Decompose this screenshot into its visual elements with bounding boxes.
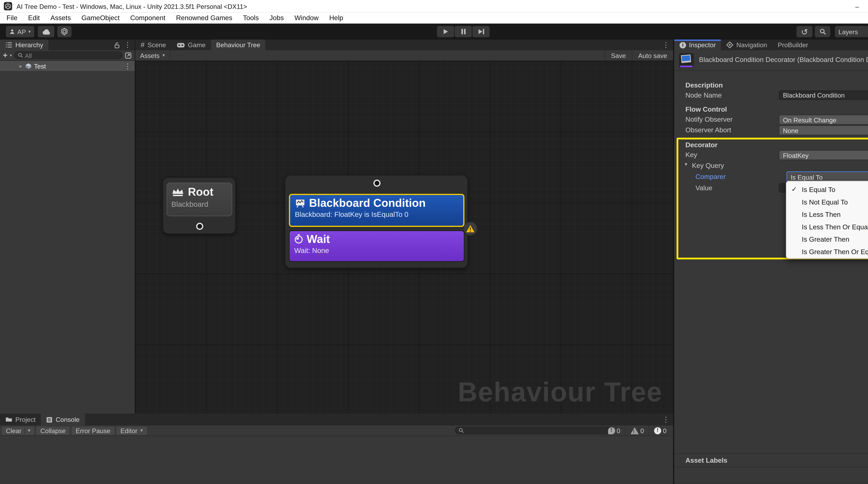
tab-console[interactable]: Console: [41, 414, 85, 425]
dropdown-option[interactable]: ✓ Is Greater Then: [786, 233, 868, 245]
panel-menu-icon[interactable]: ⋮: [124, 41, 131, 49]
tab-probuilder[interactable]: ProBuilder: [772, 39, 813, 50]
plastic-scm-button[interactable]: [57, 26, 71, 37]
step-icon: [477, 28, 485, 35]
collapse-button[interactable]: Collapse: [36, 426, 70, 435]
notify-observer-dropdown[interactable]: On Result Change ▾: [779, 115, 868, 125]
menu-item[interactable]: Renowned Games: [170, 12, 238, 23]
root-output-port[interactable]: [176, 220, 223, 233]
flow-control-header: Flow Control: [685, 106, 727, 113]
account-label: AP: [18, 28, 26, 35]
folder-icon: [5, 417, 12, 423]
tab-label: Game: [188, 41, 206, 49]
dropdown-option[interactable]: ✓ Is Less Then Or Equal To: [786, 220, 868, 233]
pause-button[interactable]: [455, 26, 472, 37]
chevron-down-icon: ▾: [28, 29, 31, 34]
warning-count-toggle[interactable]: ! 0: [625, 425, 649, 435]
console-log-area[interactable]: [0, 436, 673, 484]
minimize-button[interactable]: –: [843, 0, 868, 12]
panel-menu-icon[interactable]: ⋮: [662, 416, 670, 423]
layers-dropdown[interactable]: Layers ▾: [835, 26, 868, 37]
dropdown-option[interactable]: ✓ Is Greater Then Or Equal To: [786, 245, 868, 258]
error-count-toggle[interactable]: ! 0: [649, 425, 671, 435]
auto-save-button[interactable]: Auto save: [632, 50, 673, 60]
asset-labels-bar[interactable]: Asset Labels: [674, 454, 868, 467]
console-search-input[interactable]: [455, 427, 615, 434]
add-object-button[interactable]: +: [3, 51, 7, 59]
step-button[interactable]: [472, 26, 490, 37]
foldout-icon[interactable]: ▼: [684, 162, 688, 168]
tab-label: Inspector: [689, 41, 716, 49]
comparer-label: Comparer: [695, 173, 726, 180]
dropdown-option[interactable]: ✓ Is Less Then: [786, 208, 868, 220]
observer-abort-row: Observer Abort None ▾: [674, 125, 868, 136]
menu-item[interactable]: Tools: [238, 12, 264, 23]
menu-item[interactable]: Window: [289, 12, 324, 23]
key-query-row: ▼ Key Query: [674, 161, 868, 171]
tab-project[interactable]: Project: [0, 414, 41, 425]
info-count-toggle[interactable]: ! 0: [602, 425, 625, 435]
hierarchy-panel: Hierarchy ⋮ + ▾ All ▸ Test: [0, 39, 135, 414]
expand-arrow-icon[interactable]: ▸: [20, 63, 22, 69]
comparer-options-popup: ✓ Is Equal To ✓ Is Not Equal To ✓ Is Les…: [786, 181, 868, 259]
search-button[interactable]: [815, 26, 830, 37]
assets-dropdown[interactable]: Assets ▾: [135, 50, 170, 60]
observer-abort-label: Observer Abort: [685, 126, 731, 133]
chevron-down-icon[interactable]: ▾: [10, 53, 12, 58]
tab-label: Hierarchy: [15, 41, 43, 49]
menu-item[interactable]: File: [1, 12, 23, 23]
root-node[interactable]: Root Blackboard: [167, 183, 232, 216]
dropdown-option[interactable]: ✓ Is Equal To: [786, 183, 868, 195]
node-title: Blackboard Condition: [309, 198, 426, 209]
cloud-button[interactable]: [38, 26, 54, 37]
search-icon: [459, 428, 464, 433]
navigation-icon: [726, 41, 734, 49]
port-dot-icon: [196, 223, 203, 230]
tab-hierarchy[interactable]: Hierarchy: [0, 39, 49, 50]
hierarchy-item-test[interactable]: ▸ Test ⋮: [0, 61, 135, 71]
bottom-panel: Project Console ⋮ Clear ▾ Collapse Error…: [0, 414, 674, 484]
clear-button[interactable]: Clear ▾: [2, 426, 34, 435]
tab-scene[interactable]: # Scene: [135, 39, 171, 50]
comparer-row: Comparer Is Equal To ▾: [674, 171, 868, 182]
scene-picker-icon[interactable]: [125, 52, 132, 59]
key-dropdown[interactable]: FloatKey ▾: [779, 150, 868, 160]
node-name-input[interactable]: Blackboard Condition: [779, 90, 868, 100]
menu-item[interactable]: GameObject: [76, 12, 125, 23]
menu-item[interactable]: Help: [324, 12, 349, 23]
tab-game[interactable]: Game: [172, 39, 211, 50]
tab-inspector[interactable]: i Inspector: [674, 39, 721, 50]
behaviour-tree-canvas[interactable]: Behaviour Tree Root Blackboard: [135, 61, 673, 414]
menu-item[interactable]: Assets: [45, 12, 76, 23]
menu-item[interactable]: Jobs: [264, 12, 289, 23]
account-button[interactable]: AP ▾: [6, 26, 34, 37]
hierarchy-icon: [5, 42, 12, 48]
save-button[interactable]: Save: [604, 50, 632, 60]
item-menu-icon[interactable]: ⋮: [124, 62, 131, 69]
blackboard-condition-node[interactable]: Blackboard Condition Blackboard: FloatKe…: [289, 194, 464, 227]
play-button[interactable]: [437, 26, 454, 37]
menu-item[interactable]: Edit: [23, 12, 45, 23]
observer-abort-dropdown[interactable]: None ▾: [779, 125, 868, 135]
tab-behaviour-tree[interactable]: Behaviour Tree: [211, 39, 266, 50]
wait-node[interactable]: Wait Wait: None: [289, 230, 464, 262]
undo-history-button[interactable]: ↺: [797, 26, 812, 37]
hierarchy-search-input[interactable]: All: [14, 51, 122, 59]
decorator-header: Decorator: [685, 141, 717, 148]
error-pause-button[interactable]: Error Pause: [71, 426, 115, 435]
decorator-asset-icon: [679, 53, 694, 68]
notify-observer-label: Notify Observer: [685, 116, 733, 123]
dropdown-option[interactable]: ✓ Is Not Equal To: [786, 195, 868, 208]
tab-label: ProBuilder: [778, 41, 808, 49]
condition-node-group[interactable]: Blackboard Condition Blackboard: FloatKe…: [285, 175, 468, 268]
editor-dropdown[interactable]: Editor ▾: [116, 426, 147, 435]
root-node-group[interactable]: Root Blackboard: [162, 177, 236, 234]
panel-menu-icon[interactable]: ⋮: [662, 41, 670, 49]
info-bubble-icon: !: [608, 427, 615, 434]
unlock-icon[interactable]: [114, 42, 120, 48]
graph-toolbar: Assets ▾ Save Auto save: [135, 50, 673, 61]
menu-item[interactable]: Component: [125, 12, 171, 23]
tab-navigation[interactable]: Navigation: [721, 39, 772, 50]
chevron-down-icon[interactable]: ▾: [28, 428, 30, 433]
condition-input-port[interactable]: [303, 177, 451, 190]
